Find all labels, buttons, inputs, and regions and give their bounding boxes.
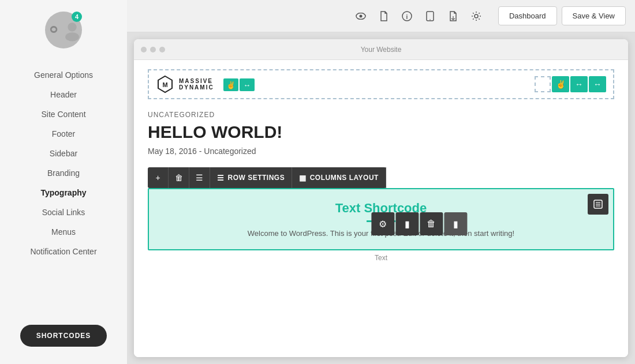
- sidebar-item-notification-center[interactable]: Notification Center: [0, 242, 127, 261]
- browser-dot-green: [159, 47, 165, 52]
- info-icon-button[interactable]: i: [397, 6, 417, 27]
- post-title: HELLO WORLD!: [148, 122, 614, 142]
- file-icon: [380, 11, 388, 21]
- sidebar: ⚬ 4 General Options Header Site Content …: [0, 0, 127, 364]
- logo-hex-icon: M: [156, 75, 174, 93]
- header-empty-box: [535, 76, 551, 92]
- top-toolbar: i: [127, 0, 635, 32]
- browser-mockup: Your Website M MASSIVE: [134, 39, 628, 357]
- row-settings-label[interactable]: ☰ ROW SETTINGS: [210, 167, 292, 188]
- svg-point-8: [475, 14, 478, 18]
- svg-point-1: [65, 32, 79, 41]
- logo-handle-hand[interactable]: ✌: [223, 78, 238, 91]
- settings-icon-button[interactable]: [466, 6, 487, 27]
- svg-point-0: [68, 22, 76, 31]
- dashboard-button[interactable]: Dashboard: [498, 6, 557, 25]
- browser-bar: Your Website: [134, 39, 628, 60]
- file-icon-button[interactable]: [373, 6, 394, 27]
- file-export-icon-button[interactable]: [443, 6, 464, 27]
- notification-badge: 4: [72, 12, 82, 22]
- logo-text-line1: MASSIVE: [179, 78, 214, 84]
- duplicate-row-button[interactable]: ☰: [189, 167, 210, 188]
- header-right-handles: ✌ ↔ ↔: [535, 76, 606, 92]
- tablet-icon-button[interactable]: [420, 6, 440, 27]
- header-handle-hand[interactable]: ✌: [552, 76, 569, 92]
- svg-point-3: [359, 14, 362, 17]
- sidebar-item-sidebar[interactable]: Sidebar: [0, 144, 127, 163]
- logo-text: MASSIVE DYNAMIC: [179, 78, 214, 91]
- sidebar-item-site-content[interactable]: Site Content: [0, 105, 127, 123]
- mini-toolbar: ⚙ ▮ 🗑 ▮: [371, 212, 467, 235]
- save-view-button[interactable]: Save & View: [562, 6, 626, 25]
- svg-text:i: i: [406, 13, 408, 20]
- toolbar-icons-group: i: [350, 6, 487, 27]
- mini-duplicate-button[interactable]: ▮: [395, 212, 419, 235]
- tablet-icon: [426, 11, 434, 21]
- add-row-button[interactable]: +: [148, 167, 169, 188]
- preview-icon-button[interactable]: [350, 6, 371, 27]
- browser-dot-red: [141, 47, 147, 52]
- header-handle-arrows2[interactable]: ↔: [589, 76, 606, 92]
- sidebar-item-header[interactable]: Header: [0, 85, 127, 104]
- sidebar-item-social-links[interactable]: Social Links: [0, 203, 127, 222]
- svg-point-7: [429, 19, 431, 20]
- mini-active-button[interactable]: ▮: [444, 212, 467, 235]
- header-handle-arrows[interactable]: ↔: [570, 76, 588, 92]
- sidebar-item-typography[interactable]: Typography: [0, 183, 127, 202]
- logo-handle-arrows[interactable]: ↔: [240, 78, 255, 91]
- avatar-wrap: ⚬ 4: [45, 12, 82, 48]
- file-export-icon: [449, 11, 457, 21]
- browser-dot-yellow: [150, 47, 156, 52]
- shortcode-block: Text Shortcode Welcome to WordPress. Thi…: [148, 188, 614, 250]
- browser-title: Your Website: [361, 46, 402, 54]
- logo-header-area: M MASSIVE DYNAMIC ✌ ↔: [148, 69, 614, 99]
- gear-icon: [471, 11, 481, 21]
- logo-inner: M MASSIVE DYNAMIC ✌ ↔: [156, 75, 255, 93]
- hex-svg: M: [156, 75, 174, 93]
- sidebar-item-general-options[interactable]: General Options: [0, 66, 127, 84]
- sidebar-nav: General Options Header Site Content Foot…: [0, 66, 127, 261]
- main-area: i: [127, 0, 635, 364]
- user-icon: ⚬: [45, 20, 62, 40]
- post-category: UNCATEGORIZED: [148, 111, 614, 119]
- delete-row-button[interactable]: 🗑: [169, 167, 189, 188]
- avatar-svg: [62, 18, 82, 42]
- info-icon: i: [402, 11, 412, 21]
- sidebar-item-menus[interactable]: Menus: [0, 223, 127, 241]
- sidebar-item-footer[interactable]: Footer: [0, 125, 127, 143]
- row-toolbar: + 🗑 ☰ ☰ ROW SETTINGS ▦ COLUMNS LAYOUT: [148, 167, 386, 188]
- eye-icon: [356, 13, 366, 20]
- svg-text:M: M: [162, 81, 167, 88]
- sidebar-item-branding[interactable]: Branding: [0, 164, 127, 182]
- mini-settings-button[interactable]: ⚙: [371, 212, 394, 235]
- columns-layout-label[interactable]: ▦ COLUMNS LAYOUT: [292, 167, 386, 188]
- page-body: M MASSIVE DYNAMIC ✌ ↔: [134, 60, 628, 271]
- logo-text-line2: DYNAMIC: [179, 84, 214, 91]
- shortcode-gear-icon: [593, 200, 603, 209]
- post-meta: May 18, 2016 - Uncategorized: [148, 147, 614, 156]
- shortcodes-button[interactable]: SHORTCODES: [20, 325, 107, 347]
- shortcode-label: Text: [148, 254, 614, 262]
- shortcode-settings-button[interactable]: [588, 194, 608, 215]
- browser-content[interactable]: M MASSIVE DYNAMIC ✌ ↔: [134, 60, 628, 357]
- mini-delete-button[interactable]: 🗑: [420, 212, 443, 235]
